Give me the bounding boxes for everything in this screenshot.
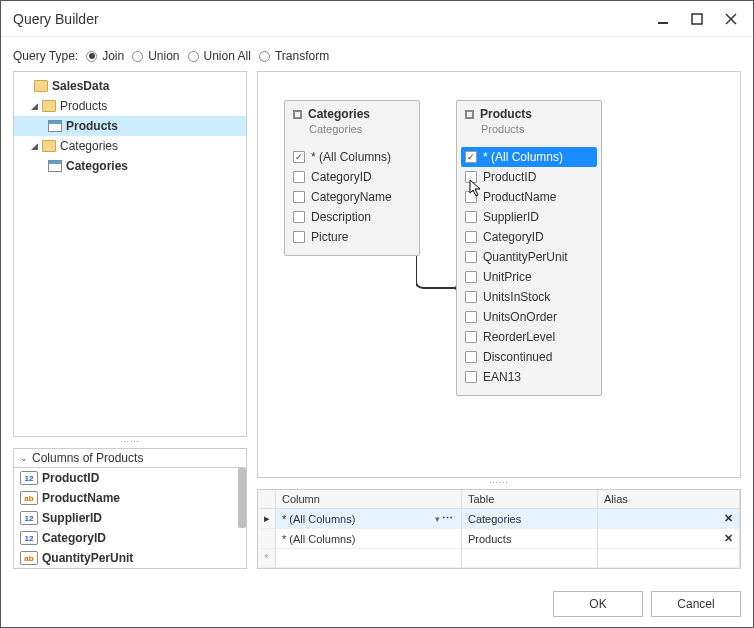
- splitter-horizontal[interactable]: ⋯⋯: [13, 437, 247, 446]
- grid-row[interactable]: ▸ * (All Columns)▾⋯ Categories ✕: [258, 509, 740, 529]
- column-item[interactable]: abProductName: [14, 488, 246, 508]
- int-type-icon: 12: [20, 531, 38, 545]
- column-item[interactable]: 12CategoryID: [14, 528, 246, 548]
- grid-header-column[interactable]: Column: [276, 490, 462, 508]
- col-checkbox[interactable]: CategoryID: [465, 227, 593, 247]
- column-item[interactable]: 12SupplierID: [14, 508, 246, 528]
- tree-table-categories[interactable]: Categories: [14, 156, 246, 176]
- dropdown-arrow-icon[interactable]: ▾: [431, 514, 440, 524]
- maximize-button[interactable]: [687, 9, 707, 29]
- col-checkbox[interactable]: CategoryID: [293, 167, 411, 187]
- tree-folder-categories[interactable]: ◢ Categories: [14, 136, 246, 156]
- radio-union[interactable]: Union: [132, 49, 179, 63]
- window-title: Query Builder: [13, 11, 653, 27]
- diagram-canvas[interactable]: Categories Categories * (All Columns) Ca…: [257, 71, 741, 478]
- folder-icon: [42, 100, 56, 112]
- table-box-categories[interactable]: Categories Categories * (All Columns) Ca…: [284, 100, 420, 256]
- tree-table-products[interactable]: Products: [14, 116, 246, 136]
- window-controls: [653, 9, 741, 29]
- query-type-bar: Query Type: Join Union Union All Transfo…: [13, 45, 741, 71]
- remove-row-button[interactable]: ✕: [724, 512, 733, 525]
- chevron-down-icon[interactable]: ◢: [28, 140, 40, 152]
- folder-icon: [34, 80, 48, 92]
- row-indicator-icon: ▸: [258, 509, 276, 528]
- grid-new-row[interactable]: *: [258, 549, 740, 568]
- col-checkbox[interactable]: Description: [293, 207, 411, 227]
- table-icon: [48, 160, 62, 172]
- text-type-icon: ab: [20, 491, 38, 505]
- radio-transform[interactable]: Transform: [259, 49, 329, 63]
- new-row-icon: *: [258, 549, 276, 567]
- query-type-label: Query Type:: [13, 49, 78, 63]
- output-grid[interactable]: Column Table Alias ▸ * (All Columns)▾⋯ C…: [257, 489, 741, 569]
- col-checkbox[interactable]: * (All Columns): [461, 147, 597, 167]
- col-checkbox[interactable]: ProductID: [465, 167, 593, 187]
- table-handle-icon: [465, 110, 474, 119]
- remove-row-button[interactable]: ✕: [724, 532, 733, 545]
- int-type-icon: 12: [20, 511, 38, 525]
- close-button[interactable]: [721, 9, 741, 29]
- col-checkbox[interactable]: UnitsInStock: [465, 287, 593, 307]
- ok-button[interactable]: OK: [553, 591, 643, 617]
- minimize-button[interactable]: [653, 9, 673, 29]
- table-box-products[interactable]: Products Products * (All Columns) Produc…: [456, 100, 602, 396]
- col-checkbox[interactable]: SupplierID: [465, 207, 593, 227]
- grid-header-alias[interactable]: Alias: [598, 490, 740, 508]
- chevron-down-icon: ⌄: [20, 453, 28, 463]
- ellipsis-button[interactable]: ⋯: [440, 512, 455, 525]
- columns-panel: ⌄ Columns of Products 12ProductID abProd…: [13, 448, 247, 569]
- col-checkbox[interactable]: ReorderLevel: [465, 327, 593, 347]
- svg-rect-1: [692, 14, 702, 24]
- scrollbar-thumb[interactable]: [238, 468, 246, 528]
- int-type-icon: 12: [20, 471, 38, 485]
- col-checkbox[interactable]: Picture: [293, 227, 411, 247]
- tree-folder-products[interactable]: ◢ Products: [14, 96, 246, 116]
- col-checkbox[interactable]: UnitPrice: [465, 267, 593, 287]
- column-item[interactable]: 12ProductID: [14, 468, 246, 488]
- col-checkbox[interactable]: Discontinued: [465, 347, 593, 367]
- col-checkbox[interactable]: EAN13: [465, 367, 593, 387]
- col-checkbox[interactable]: * (All Columns): [293, 147, 411, 167]
- radio-join[interactable]: Join: [86, 49, 124, 63]
- data-source-tree[interactable]: SalesData ◢ Products Products ◢: [13, 71, 247, 437]
- chevron-down-icon[interactable]: [20, 80, 32, 92]
- titlebar: Query Builder: [1, 1, 753, 37]
- text-type-icon: ab: [20, 551, 38, 565]
- col-checkbox[interactable]: UnitsOnOrder: [465, 307, 593, 327]
- table-icon: [48, 120, 62, 132]
- col-checkbox[interactable]: QuantityPerUnit: [465, 247, 593, 267]
- folder-icon: [42, 140, 56, 152]
- grid-row[interactable]: * (All Columns) Products ✕: [258, 529, 740, 549]
- column-item[interactable]: abQuantityPerUnit: [14, 548, 246, 568]
- query-builder-window: Query Builder Query Type: Join Union Uni…: [0, 0, 754, 628]
- col-checkbox[interactable]: ProductName: [465, 187, 593, 207]
- grid-header-table[interactable]: Table: [462, 490, 598, 508]
- cancel-button[interactable]: Cancel: [651, 591, 741, 617]
- table-handle-icon: [293, 110, 302, 119]
- dialog-buttons: OK Cancel: [1, 581, 753, 627]
- radio-union-all[interactable]: Union All: [188, 49, 251, 63]
- tree-root[interactable]: SalesData: [14, 76, 246, 96]
- columns-header[interactable]: ⌄ Columns of Products: [14, 449, 246, 468]
- chevron-down-icon[interactable]: ◢: [28, 100, 40, 112]
- splitter-horizontal[interactable]: ⋯⋯: [257, 478, 741, 487]
- col-checkbox[interactable]: CategoryName: [293, 187, 411, 207]
